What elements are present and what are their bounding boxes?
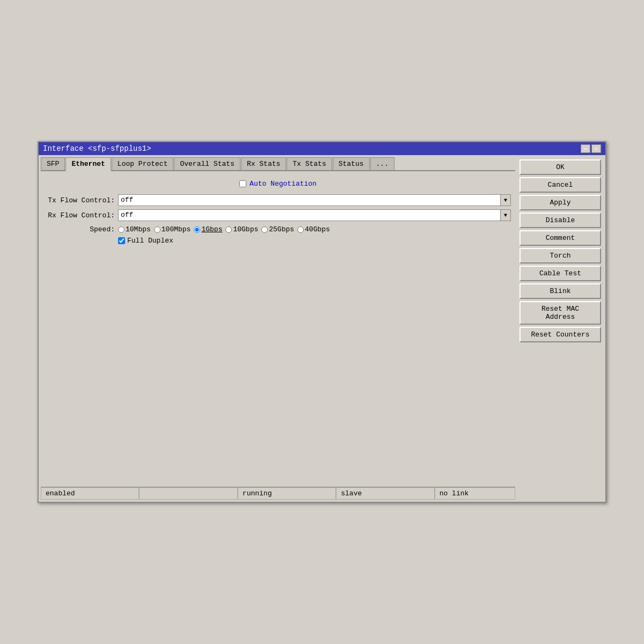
auto-negotiation-checkbox[interactable] bbox=[239, 180, 246, 187]
disable-button[interactable]: Disable bbox=[519, 213, 601, 228]
tab-rx-stats[interactable]: Rx Stats bbox=[241, 157, 286, 170]
tab-status[interactable]: Status bbox=[333, 157, 370, 170]
rx-flow-control-label: Rx Flow Control: bbox=[45, 211, 115, 219]
speed-label: Speed: bbox=[45, 225, 115, 233]
tx-flow-control-value[interactable]: off bbox=[118, 194, 501, 206]
tx-flow-control-container: off ▼ bbox=[118, 194, 511, 206]
tab-overall-stats[interactable]: Overall Stats bbox=[174, 157, 240, 170]
speed-1gbps[interactable]: 1Gbps bbox=[194, 225, 222, 233]
window-body: SFP Ethernet Loop Protect Overall Stats … bbox=[39, 155, 605, 502]
minimize-button[interactable]: ▭ bbox=[581, 144, 590, 153]
speed-options: 10Mbps 100Mbps 1Gbps 10Gbps 25Gbps bbox=[118, 225, 330, 233]
speed-10gbps[interactable]: 10Gbps bbox=[225, 225, 258, 233]
tab-sfp[interactable]: SFP bbox=[41, 157, 65, 170]
blink-button[interactable]: Blink bbox=[519, 283, 601, 299]
comment-button[interactable]: Comment bbox=[519, 230, 601, 246]
cancel-button[interactable]: Cancel bbox=[519, 177, 601, 193]
status-bar: enabled running slave no link bbox=[41, 487, 515, 500]
title-bar-controls: ▭ ✕ bbox=[581, 144, 601, 153]
speed-25gbps[interactable]: 25Gbps bbox=[261, 225, 294, 233]
rx-flow-control-row: Rx Flow Control: off ▼ bbox=[45, 209, 511, 221]
cable-test-button[interactable]: Cable Test bbox=[519, 266, 601, 281]
speed-row: Speed: 10Mbps 100Mbps 1Gbps 10Gbps bbox=[45, 225, 511, 233]
tab-bar: SFP Ethernet Loop Protect Overall Stats … bbox=[41, 157, 515, 171]
torch-button[interactable]: Torch bbox=[519, 248, 601, 264]
close-button[interactable]: ✕ bbox=[591, 144, 601, 153]
main-window: Interface <sfp-sfpplus1> ▭ ✕ SFP Etherne… bbox=[38, 141, 606, 503]
rx-flow-control-dropdown[interactable]: ▼ bbox=[500, 209, 511, 221]
title-bar: Interface <sfp-sfpplus1> ▭ ✕ bbox=[39, 142, 605, 155]
tx-flow-control-dropdown[interactable]: ▼ bbox=[500, 194, 511, 206]
speed-40gbps[interactable]: 40Gbps bbox=[297, 225, 330, 233]
status-slave: slave bbox=[336, 487, 434, 500]
tab-ethernet[interactable]: Ethernet bbox=[65, 157, 111, 171]
status-running: running bbox=[238, 487, 336, 500]
full-duplex-label: Full Duplex bbox=[127, 237, 173, 245]
full-duplex-row: Full Duplex bbox=[118, 237, 511, 245]
tx-flow-control-row: Tx Flow Control: off ▼ bbox=[45, 194, 511, 206]
rx-flow-control-container: off ▼ bbox=[118, 209, 511, 221]
auto-negotiation-label: Auto Negotiation bbox=[250, 180, 317, 188]
window-title: Interface <sfp-sfpplus1> bbox=[43, 144, 151, 153]
ok-button[interactable]: OK bbox=[519, 159, 601, 175]
rx-flow-control-value[interactable]: off bbox=[118, 209, 501, 221]
tab-more[interactable]: ... bbox=[370, 157, 394, 170]
reset-counters-button[interactable]: Reset Counters bbox=[519, 327, 601, 342]
main-content: SFP Ethernet Loop Protect Overall Stats … bbox=[41, 157, 515, 500]
status-link: no link bbox=[435, 487, 515, 500]
auto-negotiation-row: Auto Negotiation bbox=[45, 180, 511, 188]
apply-button[interactable]: Apply bbox=[519, 195, 601, 210]
tx-flow-control-label: Tx Flow Control: bbox=[45, 196, 115, 204]
status-enabled: enabled bbox=[41, 487, 139, 500]
speed-10mbps[interactable]: 10Mbps bbox=[118, 225, 151, 233]
sidebar-buttons: OK Cancel Apply Disable Comment Torch Ca… bbox=[517, 157, 603, 500]
tab-loop-protect[interactable]: Loop Protect bbox=[112, 157, 174, 170]
reset-mac-button[interactable]: Reset MAC Address bbox=[519, 301, 601, 325]
status-empty bbox=[139, 487, 237, 500]
full-duplex-checkbox[interactable] bbox=[118, 237, 125, 244]
content-area: Auto Negotiation Tx Flow Control: off ▼ … bbox=[41, 175, 515, 487]
tab-tx-stats[interactable]: Tx Stats bbox=[287, 157, 332, 170]
speed-100mbps[interactable]: 100Mbps bbox=[154, 225, 191, 233]
